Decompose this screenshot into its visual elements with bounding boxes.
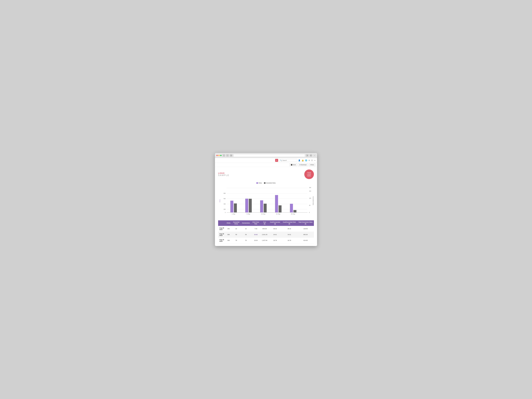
search-icon: 🔍 xyxy=(280,160,282,161)
gear-icon[interactable]: ⚙ xyxy=(309,159,310,161)
cell-click_conv_rate: 10.42 xyxy=(251,232,260,237)
col-header-clicks: Clicks xyxy=(225,220,232,226)
bar-clicks-aug8 xyxy=(245,199,248,212)
svg-text:200: 200 xyxy=(309,187,311,188)
report-header: LOGO SAMPLE YOURLOGOHERE xyxy=(218,170,314,179)
cell-cost_per_converted_click: 34.61 xyxy=(282,232,297,237)
cell-clicks: 566 xyxy=(225,232,232,237)
sidebar-toggle[interactable]: ⊟ xyxy=(230,154,232,157)
close-button[interactable] xyxy=(216,155,218,156)
duplicate-button[interactable]: ⧉ xyxy=(310,154,312,157)
cell-cost_per_converted_click: 38.32 xyxy=(282,226,297,232)
cell-clicks: 292 xyxy=(225,226,232,232)
signout-icon[interactable]: ↪ xyxy=(314,159,315,161)
svg-text:22. Aug: 22. Aug xyxy=(276,213,280,215)
download-button[interactable]: ⬇ Download xyxy=(298,164,308,166)
col-header-conversions: Conversions xyxy=(241,220,251,226)
search-box: 🔍 xyxy=(279,159,297,162)
chart-svg: 0 200 400 600 800 Clicks 0 50 100 150 20… xyxy=(218,185,314,217)
table-row: Aug 222016566595910.422,041.9334.6134.61… xyxy=(218,232,314,237)
svg-text:200: 200 xyxy=(224,209,226,210)
cell-converted_clicks: 59 xyxy=(232,232,241,237)
legend-converted-color xyxy=(264,182,266,184)
plus-button[interactable]: + xyxy=(275,159,278,162)
table-row: Aug 152016393767619.341,427.6418.7818.78… xyxy=(218,237,314,243)
logo-gray-text: SAMPLE xyxy=(218,174,229,176)
bar-clicks-aug29 xyxy=(290,204,293,212)
svg-text:29. Aug: 29. Aug xyxy=(291,213,295,215)
col-header-date xyxy=(218,220,225,226)
bar-converted-aug8 xyxy=(249,199,252,212)
layout-icon[interactable]: ☰ xyxy=(311,159,313,161)
legend-clicks-label: Clicks xyxy=(259,182,262,184)
bar-clicks-aug15 xyxy=(260,200,263,212)
svg-text:Converted Clicks: Converted Clicks xyxy=(313,196,314,205)
cell-click_conv_rate: 19.34 xyxy=(251,237,260,243)
table-row: Aug 29201629222227.53843.0438.3238.32129… xyxy=(218,226,314,232)
col-header-click-conv-rate: Click Conv.Rate xyxy=(251,220,260,226)
content-area: LOGO SAMPLE YOURLOGOHERE Clicks Converte… xyxy=(215,167,317,246)
cell-clicks: 393 xyxy=(225,237,232,243)
new-tab-button[interactable]: + xyxy=(313,154,316,157)
app-toolbar: + 🔍 👤 🔔 🌐 ⚙ ☰ ↪ xyxy=(215,158,317,163)
legend-converted-label: Converted Clicks xyxy=(266,182,276,184)
url-bar[interactable] xyxy=(234,154,305,157)
cell-total_conversion_value: 129.00 xyxy=(297,226,314,232)
browser-titlebar: ‹ › ⊟ ⬆ ⧉ + xyxy=(215,153,317,158)
cell-conversions: 59 xyxy=(241,232,251,237)
logo-circle: YOURLOGOHERE xyxy=(304,170,314,179)
search-input[interactable] xyxy=(282,160,296,161)
svg-text:8. Aug: 8. Aug xyxy=(247,213,250,215)
legend-clicks: Clicks xyxy=(256,182,262,184)
traffic-lights xyxy=(216,155,222,156)
browser-window: ‹ › ⊟ ⬆ ⧉ + + 🔍 👤 🔔 🌐 ⚙ ☰ ↪ ⬛ Send ⬇ Dow… xyxy=(215,153,317,246)
bar-converted-aug29 xyxy=(293,210,297,212)
bar-clicks-aug22 xyxy=(275,195,278,212)
chart-section: Clicks Converted Clicks 0 200 400 xyxy=(218,182,314,217)
cell-date: Aug 292016 xyxy=(218,226,225,232)
cell-cost: 843.04 xyxy=(260,226,269,232)
svg-text:800: 800 xyxy=(224,193,226,194)
cell-cost_per_converted_click: 18.78 xyxy=(282,237,297,243)
cell-cost_per_conversion: 38.32 xyxy=(269,226,282,232)
svg-text:150: 150 xyxy=(309,190,311,192)
person-icon[interactable]: 👤 xyxy=(298,159,300,161)
back-button[interactable]: ‹ xyxy=(223,154,225,157)
more-button[interactable]: ▾ More xyxy=(309,164,315,166)
globe-icon[interactable]: 🌐 xyxy=(305,159,307,161)
share-button[interactable]: ⬆ xyxy=(306,154,309,157)
toolbar-icons: 👤 🔔 🌐 ⚙ ☰ ↪ xyxy=(298,159,315,161)
fullscreen-button[interactable] xyxy=(220,155,222,156)
col-header-total-conversion-value: Total Conversion Value($) xyxy=(297,220,314,226)
cell-cost: 1,427.64 xyxy=(260,237,269,243)
legend-converted-clicks: Converted Clicks xyxy=(264,182,276,184)
send-button[interactable]: ⬛ Send xyxy=(289,164,297,166)
svg-text:100: 100 xyxy=(309,198,311,199)
minimize-button[interactable] xyxy=(218,155,220,156)
cell-date: Aug 152016 xyxy=(218,237,225,243)
svg-text:0: 0 xyxy=(225,212,226,213)
cell-conversions: 76 xyxy=(241,237,251,243)
col-header-cost: Cost($) xyxy=(260,220,269,226)
data-table: Clicks ConvertedClicks Conversions Click… xyxy=(218,220,314,243)
svg-text:0: 0 xyxy=(309,212,310,213)
bar-clicks-aug1 xyxy=(230,201,233,212)
cell-conversions: 22 xyxy=(241,226,251,232)
svg-text:Clicks: Clicks xyxy=(219,199,221,202)
col-header-converted-clicks: ConvertedClicks xyxy=(232,220,241,226)
data-table-container: Clicks ConvertedClicks Conversions Click… xyxy=(218,220,314,243)
table-header-row: Clicks ConvertedClicks Conversions Click… xyxy=(218,220,314,226)
bell-icon[interactable]: 🔔 xyxy=(302,159,304,161)
chart-legend: Clicks Converted Clicks xyxy=(218,182,314,184)
action-bar: ⬛ Send ⬇ Download ▾ More xyxy=(215,163,317,167)
cell-converted_clicks: 76 xyxy=(232,237,241,243)
forward-button[interactable]: › xyxy=(226,154,229,157)
cell-cost_per_conversion: 34.61 xyxy=(269,232,282,237)
cell-total_conversion_value: 665.00 xyxy=(297,232,314,237)
svg-text:50: 50 xyxy=(309,205,310,206)
cell-converted_clicks: 22 xyxy=(232,226,241,232)
col-header-cost-per-converted-click: Cost/Converted Click($) xyxy=(282,220,297,226)
bar-converted-aug1 xyxy=(234,203,237,212)
cell-date: Aug 222016 xyxy=(218,232,225,237)
svg-text:600: 600 xyxy=(224,198,226,199)
